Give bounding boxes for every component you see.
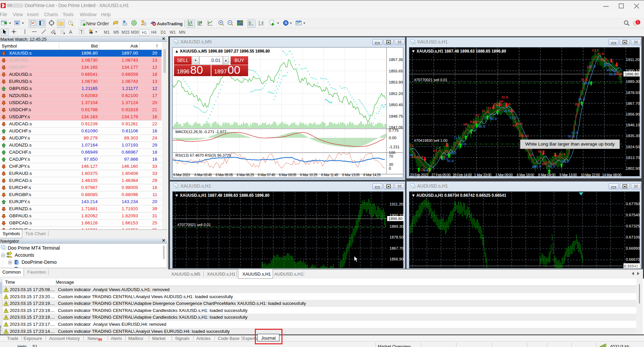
- svg-text:BLB: BLB: [502, 95, 508, 99]
- svg-text:WLB: WLB: [490, 117, 497, 121]
- svg-text:BLB: BLB: [559, 152, 566, 156]
- svg-text:BLB: BLB: [417, 155, 423, 159]
- svg-text:6 Mar 07:45: 6 Mar 07:45: [258, 173, 275, 177]
- svg-text:1867.70: 1867.70: [389, 246, 404, 250]
- svg-text:TLS: TLS: [454, 136, 461, 140]
- svg-text:6 Mar 2023: 6 Mar 2023: [173, 173, 190, 177]
- svg-text:WLB: WLB: [535, 164, 541, 168]
- svg-text:1853.90: 1853.90: [389, 80, 403, 84]
- svg-text:1911.20: 1911.20: [626, 58, 640, 62]
- svg-text:BLB: BLB: [597, 52, 604, 56]
- svg-text:0.67105: 0.67105: [626, 235, 640, 239]
- svg-text:#70419830 sell 1.00: #70419830 sell 1.00: [414, 138, 447, 143]
- svg-text:6 Mar 06:25: 6 Mar 06:25: [237, 173, 254, 177]
- svg-text:WLB: WLB: [447, 159, 454, 163]
- svg-text:1857.35: 1857.35: [389, 58, 403, 62]
- svg-text:T: T: [80, 30, 83, 34]
- svg-text:6 Mar 14:25: 6 Mar 14:25: [363, 173, 381, 177]
- svg-text:0: 0: [389, 166, 391, 170]
- svg-text:RSI(13) 67.4670 RSI(3) 96.372: RSI(13) 67.4670 RSI(3) 96.3725: [175, 153, 231, 157]
- svg-text:1896.80: 1896.80: [625, 72, 639, 76]
- svg-text:1856.90: 1856.90: [626, 112, 640, 116]
- svg-text:10 Mar 22:00: 10 Mar 22:00: [581, 173, 600, 177]
- svg-text:6 Mar 05:05: 6 Mar 05:05: [215, 173, 233, 177]
- svg-text:0.67760: 0.67760: [626, 202, 640, 206]
- svg-text:#70770021 sell 0.01: #70770021 sell 0.01: [414, 78, 447, 82]
- svg-text:BLB: BLB: [615, 72, 622, 76]
- svg-text:8 Mar 04:00: 8 Mar 04:00: [538, 173, 555, 177]
- svg-text:1911.20: 1911.20: [389, 202, 403, 206]
- svg-text:1852.20: 1852.20: [389, 92, 403, 96]
- svg-text:1878.50: 1878.50: [626, 91, 640, 95]
- svg-text:70: 70: [389, 154, 393, 158]
- svg-text:1896.80: 1896.80: [388, 217, 403, 221]
- svg-text:WLB: WLB: [450, 151, 456, 155]
- svg-text:23 Feb 2023: 23 Feb 2023: [410, 173, 429, 177]
- svg-text:WLB: WLB: [562, 160, 569, 164]
- svg-text:6 Mar 13:05: 6 Mar 13:05: [342, 173, 360, 177]
- svg-text:WLB: WLB: [479, 125, 485, 129]
- svg-text:#70770021 sell 0.01: #70770021 sell 0.01: [177, 223, 211, 227]
- svg-text:1856.90: 1856.90: [389, 257, 404, 261]
- svg-text:SX: SX: [552, 162, 557, 166]
- svg-text:SS: SS: [529, 153, 533, 157]
- svg-text:3 Mar 09:00: 3 Mar 09:00: [496, 173, 513, 177]
- svg-text:MACD(12,26,9) -0.271 -1.977: MACD(12,26,9) -0.271 -1.977: [175, 130, 227, 134]
- svg-text:1889.30: 1889.30: [626, 80, 640, 84]
- svg-text:WLB: WLB: [589, 65, 596, 69]
- svg-text:1802.90: 1802.90: [626, 166, 640, 170]
- svg-text:28 Feb 14:00: 28 Feb 14:00: [453, 173, 472, 177]
- svg-text:SS: SS: [409, 144, 414, 148]
- svg-text:HI: HI: [475, 114, 480, 118]
- svg-text:6 Mar 03:45: 6 Mar 03:45: [195, 173, 212, 177]
- svg-text:BLB: BLB: [601, 57, 607, 61]
- svg-text:0.66670: 0.66670: [626, 257, 640, 261]
- svg-text:1889.30: 1889.30: [389, 224, 404, 228]
- svg-text:E: E: [54, 32, 56, 35]
- svg-text:BH: BH: [575, 102, 579, 106]
- svg-text:0.66890: 0.66890: [626, 246, 640, 250]
- svg-text:BLB: BLB: [516, 122, 522, 126]
- svg-text:WLB: WLB: [578, 97, 585, 101]
- svg-text:1846.10: 1846.10: [389, 268, 404, 269]
- svg-text:1813.70: 1813.70: [626, 156, 640, 160]
- svg-text:9 Mar 13:00: 9 Mar 13:00: [560, 173, 577, 177]
- svg-text:1 Mar 23:00: 1 Mar 23:00: [474, 173, 492, 177]
- svg-text:HR: HR: [409, 153, 413, 157]
- svg-text:LX: LX: [436, 146, 441, 150]
- svg-text:1835.30: 1835.30: [626, 134, 640, 138]
- svg-text:WLB: WLB: [584, 81, 590, 85]
- svg-text:1824.50: 1824.50: [626, 145, 640, 149]
- svg-text:27 Feb 05:00: 27 Feb 05:00: [431, 173, 450, 177]
- svg-text:-1.211: -1.211: [389, 145, 400, 149]
- svg-text:1878.50: 1878.50: [389, 235, 404, 239]
- svg-text:WLB: WLB: [504, 109, 510, 113]
- svg-text:SX: SX: [444, 150, 449, 154]
- svg-text:1867.70: 1867.70: [626, 101, 640, 105]
- svg-text:6 Mar 10:25: 6 Mar 10:25: [300, 173, 317, 177]
- svg-text:1850.45: 1850.45: [389, 103, 403, 107]
- svg-text:1848.75: 1848.75: [389, 114, 403, 118]
- svg-text:BLB: BLB: [522, 134, 529, 138]
- svg-text:F: F: [64, 32, 65, 35]
- svg-text:BLB: BLB: [604, 63, 611, 67]
- svg-text:0.00: 0.00: [389, 136, 396, 140]
- svg-text:BLB: BLB: [568, 134, 575, 138]
- svg-text:TLS: TLS: [467, 125, 473, 129]
- svg-text:30: 30: [389, 162, 393, 166]
- svg-text:WLB: WLB: [572, 131, 578, 135]
- svg-text:6 Mar 09:05: 6 Mar 09:05: [279, 173, 297, 177]
- svg-text:0.67540: 0.67540: [626, 213, 640, 217]
- svg-text:14 Mar 08:00: 14 Mar 08:00: [602, 173, 621, 177]
- svg-text:0.67325: 0.67325: [626, 224, 640, 228]
- svg-text:1846.10: 1846.10: [626, 123, 640, 127]
- svg-text:TLS: TLS: [510, 116, 516, 120]
- svg-text:0.66455: 0.66455: [626, 264, 640, 269]
- svg-text:6 Mar 11:45: 6 Mar 11:45: [321, 173, 338, 177]
- svg-text:6 Mar 18:00: 6 Mar 18:00: [517, 173, 534, 177]
- svg-text:0.775: 0.775: [389, 128, 399, 132]
- svg-text:1855.65: 1855.65: [389, 69, 403, 73]
